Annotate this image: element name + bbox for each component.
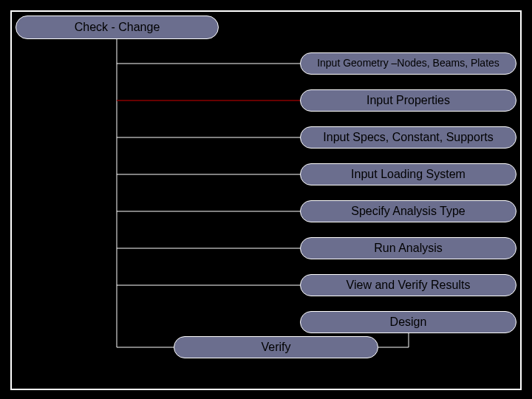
node-label: View and Verify Results bbox=[347, 279, 471, 292]
node-geometry: Input Geometry –Nodes, Beams, Plates bbox=[300, 52, 516, 75]
node-label: Input Loading System bbox=[351, 168, 466, 181]
node-label: Verify bbox=[261, 341, 290, 354]
node-label: Input Specs, Constant, Supports bbox=[323, 131, 493, 144]
node-run: Run Analysis bbox=[300, 237, 516, 259]
node-label: Run Analysis bbox=[374, 242, 443, 255]
node-verify: Verify bbox=[174, 336, 378, 358]
node-label: Input Properties bbox=[366, 94, 450, 107]
node-results: View and Verify Results bbox=[300, 274, 516, 296]
node-design: Design bbox=[300, 311, 516, 333]
node-label: Design bbox=[390, 316, 427, 329]
node-check-change: Check - Change bbox=[16, 16, 219, 39]
node-label: Input Geometry –Nodes, Beams, Plates bbox=[317, 58, 499, 69]
node-analysis: Specify Analysis Type bbox=[300, 200, 516, 222]
node-label: Specify Analysis Type bbox=[351, 205, 465, 218]
node-specs: Input Specs, Constant, Supports bbox=[300, 126, 516, 149]
node-loading: Input Loading System bbox=[300, 163, 516, 185]
node-properties: Input Properties bbox=[300, 89, 516, 112]
node-label: Check - Change bbox=[75, 21, 160, 34]
